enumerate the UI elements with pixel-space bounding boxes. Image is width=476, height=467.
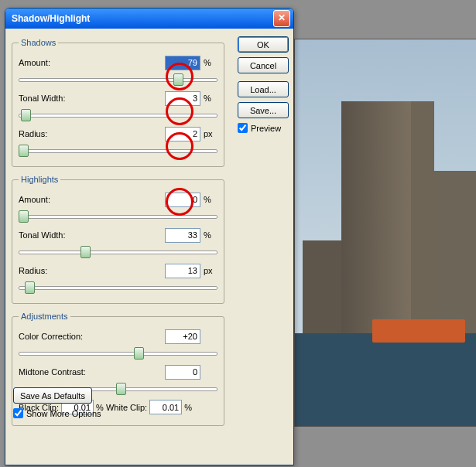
shadows-tonal-label: Tonal Width: xyxy=(19,94,165,103)
show-more-label: Show More Options xyxy=(26,409,101,418)
water xyxy=(295,333,476,426)
shadows-tonal-input[interactable] xyxy=(165,91,200,106)
highlights-radius-label: Radius: xyxy=(19,266,165,275)
highlights-legend: Highlights xyxy=(19,175,60,184)
highlights-tonal-label: Tonal Width: xyxy=(19,230,165,240)
color-correction-label: Color Correction: xyxy=(19,332,165,341)
adjustments-legend: Adjustments xyxy=(19,312,70,321)
unit: % xyxy=(204,58,217,67)
shadows-tonal-slider[interactable] xyxy=(19,107,217,121)
highlights-tonal-slider[interactable] xyxy=(19,244,217,258)
highlights-group: Highlights Amount: % Tonal Width: % Radi… xyxy=(12,175,224,304)
white-clip-input[interactable] xyxy=(149,400,182,414)
unit: % xyxy=(184,403,192,412)
highlights-amount-slider[interactable] xyxy=(19,209,217,223)
highlights-amount-label: Amount: xyxy=(19,195,165,204)
unit: px xyxy=(204,129,217,138)
close-icon[interactable]: ✕ xyxy=(273,10,290,27)
unit: % xyxy=(204,195,217,204)
shadow-highlight-dialog: Shadow/Highlight ✕ OK Cancel Load... Sav… xyxy=(5,8,294,465)
highlights-radius-input[interactable] xyxy=(165,264,200,278)
highlights-radius-slider[interactable] xyxy=(19,280,217,294)
show-more-options-checkbox[interactable]: Show More Options xyxy=(13,408,101,418)
show-more-check-input[interactable] xyxy=(13,408,23,418)
shadows-radius-label: Radius: xyxy=(19,129,165,138)
unit: % xyxy=(204,230,217,240)
shadows-amount-input[interactable] xyxy=(165,56,200,70)
dialog-title: Shadow/Highlight xyxy=(9,13,273,24)
titlebar[interactable]: Shadow/Highlight ✕ xyxy=(5,9,293,29)
unit: px xyxy=(204,266,217,275)
shadows-radius-slider[interactable] xyxy=(19,143,217,157)
midtone-contrast-label: Midtone Contrast: xyxy=(19,367,165,377)
midtone-contrast-input[interactable] xyxy=(165,365,200,380)
shadows-radius-input[interactable] xyxy=(165,127,200,141)
shadows-group: Shadows Amount: % Tonal Width: % Radius:… xyxy=(12,38,224,167)
save-as-defaults-button[interactable]: Save As Defaults xyxy=(13,387,92,404)
building xyxy=(341,101,434,341)
canvas-image xyxy=(294,39,476,427)
highlights-tonal-input[interactable] xyxy=(165,228,200,243)
shadows-amount-slider[interactable] xyxy=(19,72,217,86)
bottom-controls: Save As Defaults Show More Options xyxy=(13,387,101,418)
white-clip-label: White Clip: xyxy=(106,403,147,412)
highlights-amount-input[interactable] xyxy=(165,193,200,207)
boat xyxy=(372,319,465,343)
shadows-legend: Shadows xyxy=(19,38,58,47)
unit: % xyxy=(204,94,217,103)
shadows-amount-label: Amount: xyxy=(19,58,165,67)
color-correction-slider[interactable] xyxy=(19,346,217,360)
color-correction-input[interactable] xyxy=(165,329,200,344)
